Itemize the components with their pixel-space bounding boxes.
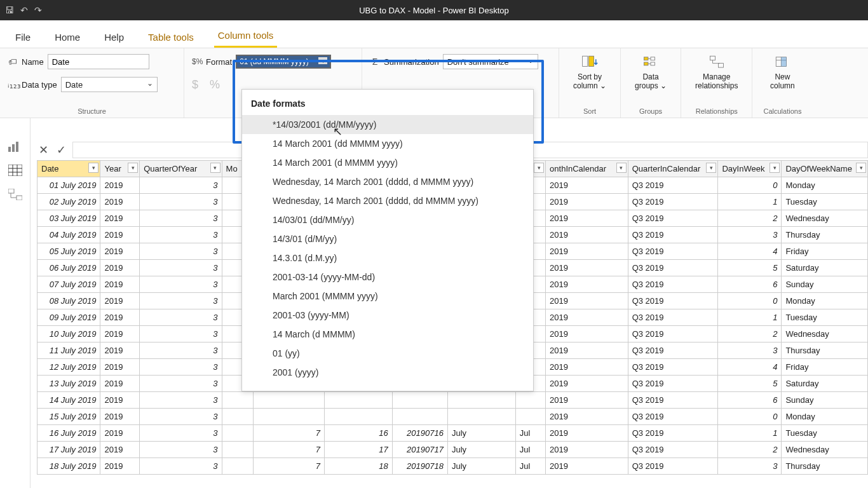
filter-icon[interactable]: ▾ — [616, 163, 627, 173]
cell[interactable]: 14 July 2019 — [37, 392, 100, 409]
cell[interactable] — [392, 392, 447, 409]
cell[interactable]: Q3 2019 — [628, 227, 718, 243]
table-row[interactable]: 18 July 20192019371820190718JulyJul2019Q… — [37, 458, 868, 475]
table-row[interactable]: 14 July 2019201932019Q3 20196Sunday — [37, 392, 868, 409]
column-header[interactable]: onthInCalendar▾ — [546, 161, 628, 177]
cell[interactable] — [253, 409, 324, 425]
cell[interactable]: 6 — [718, 392, 782, 409]
cell[interactable]: 17 — [325, 442, 393, 458]
cell[interactable]: 2019 — [546, 376, 628, 392]
cell[interactable]: July — [447, 425, 515, 442]
cell[interactable]: Q3 2019 — [628, 177, 718, 194]
cell[interactable]: 18 July 2019 — [37, 458, 100, 475]
cell[interactable]: 2019 — [546, 243, 628, 260]
cell[interactable]: 7 — [253, 458, 324, 475]
cell[interactable]: Thursday — [782, 227, 868, 243]
cell[interactable]: 3 — [140, 227, 222, 243]
cell[interactable]: 18 — [325, 458, 393, 475]
cell[interactable]: 2019 — [546, 227, 628, 243]
cell[interactable]: 2019 — [546, 392, 628, 409]
cell[interactable]: 20190718 — [392, 458, 447, 475]
cell[interactable]: Q3 2019 — [628, 409, 718, 425]
redo-icon[interactable]: ↷ — [34, 5, 42, 15]
cell[interactable]: 3 — [140, 392, 222, 409]
cell[interactable]: 5 — [718, 260, 782, 276]
cell[interactable]: Q3 2019 — [628, 260, 718, 276]
currency-button[interactable]: $ — [192, 78, 198, 92]
cell[interactable]: 2019 — [100, 326, 140, 342]
cell[interactable] — [515, 392, 545, 409]
cell[interactable]: 2019 — [546, 260, 628, 276]
tab-home[interactable]: Home — [51, 25, 84, 48]
cell[interactable]: 2019 — [546, 293, 628, 309]
cell[interactable]: 2019 — [546, 194, 628, 210]
cell[interactable]: 3 — [718, 342, 782, 359]
cell[interactable]: 20190717 — [392, 442, 447, 458]
tab-table-tools[interactable]: Table tools — [144, 25, 198, 48]
cell[interactable]: 02 July 2019 — [37, 194, 100, 210]
filter-icon[interactable]: ▾ — [534, 163, 544, 173]
cell[interactable]: Sunday — [782, 276, 868, 293]
cell[interactable]: Tuesday — [782, 425, 868, 442]
cell[interactable]: 2019 — [100, 293, 140, 309]
format-option[interactable]: 14/03/01 (dd/MM/yy) — [242, 210, 533, 229]
cell[interactable]: Wednesday — [782, 210, 868, 227]
cell[interactable] — [222, 409, 253, 425]
cell[interactable]: Q3 2019 — [628, 276, 718, 293]
cell[interactable]: 2 — [718, 442, 782, 458]
cell[interactable] — [447, 409, 515, 425]
cell[interactable]: Q3 2019 — [628, 392, 718, 409]
cell[interactable]: 3 — [140, 177, 222, 194]
cell[interactable]: 3 — [718, 227, 782, 243]
new-column-button[interactable]: New column — [760, 52, 804, 92]
undo-icon[interactable]: ↶ — [20, 5, 28, 15]
cell[interactable]: Q3 2019 — [628, 442, 718, 458]
cell[interactable]: 0 — [718, 409, 782, 425]
tab-help[interactable]: Help — [100, 25, 128, 48]
filter-icon[interactable]: ▾ — [88, 163, 98, 173]
format-option[interactable]: March 2001 (MMMM yyyy) — [242, 287, 533, 306]
filter-icon[interactable]: ▾ — [856, 163, 866, 173]
format-option[interactable]: 2001 (yyyy) — [242, 363, 533, 382]
table-row[interactable]: 17 July 20192019371720190717JulyJul2019Q… — [37, 442, 868, 458]
cell[interactable]: 2019 — [546, 309, 628, 326]
format-option[interactable]: Wednesday, 14 March 2001 (dddd, d MMMM y… — [242, 172, 533, 191]
format-option[interactable]: 14 March (d MMMM) — [242, 325, 533, 344]
column-header[interactable]: Date▾ — [37, 161, 100, 177]
cell[interactable] — [222, 458, 253, 475]
cell[interactable]: 3 — [140, 359, 222, 376]
cell[interactable]: 2019 — [100, 425, 140, 442]
cell[interactable]: Saturday — [782, 376, 868, 392]
cell[interactable]: Saturday — [782, 260, 868, 276]
cell[interactable] — [392, 409, 447, 425]
save-icon[interactable]: 🖫 — [5, 5, 14, 15]
cell[interactable]: Monday — [782, 409, 868, 425]
cell[interactable]: 09 July 2019 — [37, 309, 100, 326]
cell[interactable]: 03 July 2019 — [37, 210, 100, 227]
tab-column-tools[interactable]: Column tools — [214, 24, 278, 48]
cell[interactable]: 17 July 2019 — [37, 442, 100, 458]
filter-icon[interactable]: ▾ — [210, 163, 220, 173]
format-option[interactable]: Wednesday, 14 March 2001 (dddd, dd MMMM … — [242, 191, 533, 210]
cell[interactable]: 3 — [140, 293, 222, 309]
name-input[interactable] — [48, 54, 149, 69]
report-view-icon[interactable] — [8, 140, 23, 152]
cell[interactable]: Q3 2019 — [628, 309, 718, 326]
cell[interactable] — [325, 409, 393, 425]
cell[interactable]: 2 — [718, 326, 782, 342]
cell[interactable]: Q3 2019 — [628, 425, 718, 442]
cell[interactable] — [222, 392, 253, 409]
cell[interactable]: 3 — [140, 309, 222, 326]
cell[interactable]: 3 — [140, 210, 222, 227]
column-header[interactable]: DayInWeek▾ — [718, 161, 782, 177]
cell[interactable]: Q3 2019 — [628, 376, 718, 392]
format-option[interactable]: 14 March 2001 (dd MMMM yyyy) — [242, 134, 533, 153]
cell[interactable]: 2019 — [546, 276, 628, 293]
cell[interactable]: 2019 — [546, 359, 628, 376]
cell[interactable]: Q3 2019 — [628, 210, 718, 227]
cell[interactable]: 06 July 2019 — [37, 260, 100, 276]
cell[interactable]: 2019 — [100, 243, 140, 260]
cell[interactable]: Jul — [515, 425, 545, 442]
cell[interactable]: 2019 — [100, 392, 140, 409]
cell[interactable]: 1 — [718, 194, 782, 210]
